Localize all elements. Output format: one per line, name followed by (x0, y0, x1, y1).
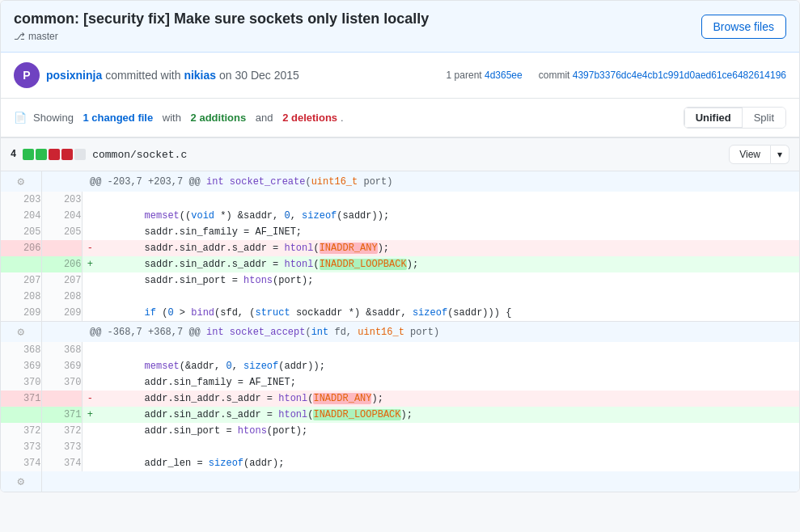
table-row: 208 208 (1, 289, 799, 305)
author-left: P posixninja committed with nikias on 30… (14, 62, 299, 88)
marker-cell: + (82, 256, 98, 272)
line-num-old: 374 (1, 455, 41, 471)
stat-green-1 (23, 149, 34, 160)
line-num-old: 371 (1, 391, 41, 407)
line-num-new: 208 (41, 289, 82, 305)
hunk-header-1: ⚙ @@ -203,7 +203,7 @@ int socket_create(… (1, 171, 799, 192)
marker-cell (82, 423, 98, 439)
commit-header-left: common: [security fix] Make sure sockets… (14, 11, 429, 42)
table-row: 205 205 saddr.sin_family = AF_INET; (1, 224, 799, 240)
bottom-expand-row: ⚙ (1, 471, 799, 492)
marker-cell (82, 455, 98, 471)
table-row: 370 370 addr.sin_family = AF_INET; (1, 374, 799, 391)
marker-cell: - (82, 240, 98, 256)
branch-name: master (28, 31, 58, 42)
line-num-old: 206 (1, 240, 41, 256)
line-content: addr.sin_addr.s_addr = htonl(INADDR_LOOP… (98, 407, 799, 423)
line-num-old: 204 (1, 208, 41, 224)
additions-count: 2 additions (191, 112, 247, 124)
line-num-old: 370 (1, 374, 41, 391)
table-row: 206 - saddr.sin_addr.s_addr = htonl(INAD… (1, 240, 799, 256)
commit-header: common: [security fix] Make sure sockets… (1, 1, 799, 53)
coauthor-link[interactable]: nikias (184, 69, 216, 82)
file-header-right: View ▾ (729, 145, 789, 164)
line-num-new: 207 (41, 272, 82, 289)
line-num-new: 203 (41, 192, 82, 208)
commit-meta: 1 parent 4d365ee commit 4397b3376dc4e4cb… (447, 70, 786, 81)
line-num-new: 372 (41, 423, 82, 439)
line-content: addr.sin_addr.s_addr = htonl(INADDR_ANY)… (98, 391, 799, 407)
line-num-new: 206 (41, 256, 82, 272)
marker-cell (82, 272, 98, 289)
hunk-header-text-2: @@ -368,7 +368,7 @@ int socket_accept(in… (82, 322, 799, 343)
marker-cell: + (82, 407, 98, 423)
line-num-old: 203 (1, 192, 41, 208)
stat-gray-1 (74, 149, 86, 160)
diff-table: ⚙ @@ -203,7 +203,7 @@ int socket_create(… (1, 171, 799, 492)
line-num-new: 371 (41, 407, 82, 423)
hunk-header-text-1: @@ -203,7 +203,7 @@ int socket_create(ui… (82, 171, 799, 192)
marker-cell (82, 358, 98, 374)
stat-red-1 (49, 149, 60, 160)
marker-cell (82, 374, 98, 391)
diff-stats (23, 149, 86, 160)
stat-red-2 (61, 149, 73, 160)
line-content: saddr.sin_addr.s_addr = htonl(INADDR_LOO… (98, 256, 799, 272)
commit-hash-link[interactable]: 4397b3376dc4e4cb1c991d0aed61ce6482614196 (573, 70, 786, 81)
marker-cell (82, 208, 98, 224)
line-num-old: 373 (1, 439, 41, 455)
line-num-new: 368 (41, 342, 82, 358)
line-content: saddr.sin_addr.s_addr = htonl(INADDR_ANY… (98, 240, 799, 256)
hunk-expand-icon-1: ⚙ (1, 171, 41, 192)
table-row: 368 368 (1, 342, 799, 358)
line-content: addr_len = sizeof(addr); (98, 455, 799, 471)
author-username-link[interactable]: posixninja (46, 69, 102, 82)
line-content: addr.sin_family = AF_INET; (98, 374, 799, 391)
browse-files-button[interactable]: Browse files (701, 15, 786, 39)
table-row: 371 - addr.sin_addr.s_addr = htonl(INADD… (1, 391, 799, 407)
parent-hash-link[interactable]: 4d365ee (485, 70, 523, 81)
branch-icon: ⎇ (14, 31, 25, 42)
table-row: 371 + addr.sin_addr.s_addr = htonl(INADD… (1, 407, 799, 423)
parent-info: 1 parent 4d365ee (447, 70, 523, 81)
marker-cell (82, 305, 98, 322)
table-row: 373 373 (1, 439, 799, 455)
file-path: common/socket.c (92, 149, 187, 161)
line-content: memset((void *) &saddr, 0, sizeof(saddr)… (98, 208, 799, 224)
line-num-new: 374 (41, 455, 82, 471)
hunk-header-2: ⚙ @@ -368,7 +368,7 @@ int socket_accept(… (1, 322, 799, 343)
line-num-old: 209 (1, 305, 41, 322)
marker-cell (82, 289, 98, 305)
view-toggle: Unified Split (684, 107, 786, 129)
line-num-old: 369 (1, 358, 41, 374)
line-content: if (0 > bind(sfd, (struct sockaddr *) &s… (98, 305, 799, 322)
line-num-new: 205 (41, 224, 82, 240)
marker-cell (82, 224, 98, 240)
line-num-new (41, 240, 82, 256)
line-num-new (41, 391, 82, 407)
table-row: 209 209 if (0 > bind(sfd, (struct sockad… (1, 305, 799, 322)
marker-cell (82, 439, 98, 455)
view-file-button[interactable]: View (729, 145, 771, 164)
author-text: posixninja committed with nikias on 30 D… (46, 69, 299, 82)
diff-wrapper: 4 common/socket.c View ▾ ⚙ (1, 137, 799, 492)
unified-view-button[interactable]: Unified (684, 108, 743, 128)
expand-button[interactable]: ▾ (771, 145, 789, 164)
line-num-old: 372 (1, 423, 41, 439)
line-num-old: 208 (1, 289, 41, 305)
split-view-button[interactable]: Split (743, 108, 785, 128)
file-icon: 📄 (14, 112, 27, 124)
hunk-icon-spacer (41, 171, 82, 192)
line-num-new: 369 (41, 358, 82, 374)
hunk-expand-icon-2: ⚙ (1, 322, 41, 343)
line-num-old: 368 (1, 342, 41, 358)
page-wrapper: common: [security fix] Make sure sockets… (0, 0, 800, 492)
line-num-new: 373 (41, 439, 82, 455)
line-content: saddr.sin_port = htons(port); (98, 272, 799, 289)
table-row: 374 374 addr_len = sizeof(addr); (1, 455, 799, 471)
file-header: 4 common/socket.c View ▾ (1, 137, 799, 171)
file-count: 4 (11, 149, 16, 160)
table-row: 203 203 (1, 192, 799, 208)
marker-cell (82, 192, 98, 208)
commit-title: common: [security fix] Make sure sockets… (14, 11, 429, 27)
